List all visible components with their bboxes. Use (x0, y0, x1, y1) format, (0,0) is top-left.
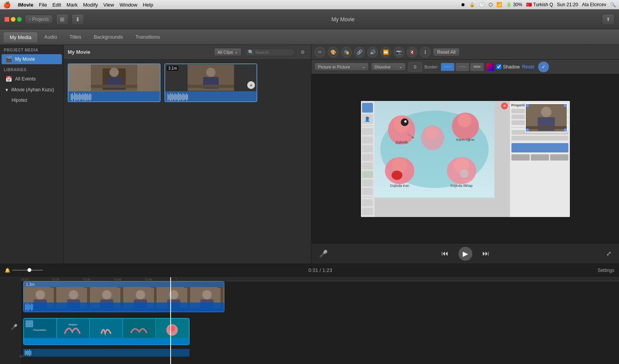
maximize-window-btn[interactable] (17, 17, 22, 22)
minimize-window-btn[interactable] (11, 17, 15, 22)
prop-btn-3[interactable] (550, 154, 568, 161)
color-swatch[interactable] (486, 63, 494, 71)
tool-item-1[interactable] (362, 103, 373, 113)
media-thumbnail-2[interactable]: 3.1m + (164, 63, 257, 102)
border-btn-thick[interactable] (470, 63, 484, 71)
tool-item-2[interactable]: 👤 (362, 114, 373, 124)
add-clip-button[interactable]: + (247, 81, 255, 89)
pip-anchor-tr[interactable] (564, 104, 567, 107)
main-video-track[interactable]: 1.3m (23, 281, 224, 312)
reset-all-button[interactable]: Reset All (433, 48, 460, 56)
sidebar-item-imovie-ayhan[interactable]: ▾ iMovie (Ayhan Kuzu) (2, 85, 62, 95)
skip-forward-button[interactable]: ⏭ (480, 248, 492, 260)
prop-btn-1[interactable] (511, 154, 530, 161)
pip-video-track[interactable]: Presentation Diagram (23, 318, 190, 345)
settings-label[interactable]: Settings (598, 268, 614, 273)
pip-frame-5 (156, 318, 189, 338)
playhead[interactable] (170, 277, 171, 364)
pip-anchor-br[interactable] (564, 128, 567, 132)
microphone-button[interactable]: 🎤 (319, 250, 328, 258)
tab-audio[interactable]: Audio (38, 32, 63, 42)
border-btn-solid[interactable] (441, 63, 455, 71)
confirm-icon[interactable]: ✓ (538, 62, 549, 72)
prop-btn-2[interactable] (531, 154, 549, 161)
info-icon-btn[interactable]: ℹ (420, 47, 431, 58)
tab-titles[interactable]: Titles (63, 32, 88, 42)
shadow-checkbox[interactable] (496, 64, 501, 69)
tool-item-8[interactable] (362, 171, 373, 178)
tool-item-4[interactable] (362, 137, 373, 144)
file-menu[interactable]: File (39, 2, 47, 8)
back-label: Projects (32, 17, 49, 22)
play-button[interactable]: ▶ (458, 247, 472, 261)
color-icon-btn[interactable]: 🎨 (328, 47, 339, 58)
playhead-head (168, 277, 173, 278)
duration-input[interactable] (408, 62, 422, 72)
svg-rect-56 (90, 318, 123, 338)
tool-item-12[interactable] (362, 208, 373, 215)
crop-icon-btn[interactable]: ✂ (315, 47, 325, 58)
imovie-menu[interactable]: iMovie (18, 2, 33, 8)
view-menu[interactable]: View (103, 2, 114, 8)
help-menu[interactable]: Help (143, 2, 153, 8)
sidebar-item-hipotez[interactable]: Hipotez (2, 96, 62, 105)
video-track-audio (24, 302, 224, 312)
noise-icon-btn[interactable]: 🔇 (407, 47, 417, 58)
pip-anchor-tl[interactable] (526, 104, 529, 107)
edit-menu[interactable]: Edit (52, 2, 61, 8)
stabilize-icon-btn[interactable]: 📷 (393, 47, 404, 58)
tool-item-6[interactable] (362, 154, 373, 161)
tool-item-10[interactable] (362, 188, 373, 195)
search-menubar-icon[interactable]: 🔍 (610, 2, 616, 7)
fullscreen-button[interactable]: ⤢ (606, 250, 611, 257)
sound-icon-btn[interactable]: 🔊 (367, 47, 378, 58)
prop-input-1[interactable] (511, 143, 568, 152)
svg-point-40 (102, 290, 111, 299)
pip-mode-selector[interactable]: Picture in Picture ⌄ (315, 63, 369, 71)
tool-item-5[interactable] (362, 145, 373, 152)
tab-transitions[interactable]: Transitions (129, 32, 166, 42)
tool-item-7[interactable] (362, 162, 373, 169)
search-input[interactable] (255, 50, 291, 55)
project-media-label: PROJECT MEDIA (0, 45, 63, 54)
tool-item-9[interactable] (362, 179, 373, 186)
clip-icon-btn[interactable]: 🔗 (354, 47, 365, 58)
svg-point-34 (36, 290, 45, 299)
tool-item-11[interactable] (362, 199, 373, 206)
border-btn-thin[interactable] (455, 63, 469, 71)
border-buttons (441, 63, 484, 71)
pip-frame-4 (123, 318, 156, 338)
close-window-btn[interactable] (5, 17, 9, 22)
tool-item-3[interactable] (362, 128, 373, 135)
tab-backgrounds[interactable]: Backgrounds (87, 32, 129, 42)
apple-menu[interactable]: 🍎 (3, 1, 11, 9)
tab-my-media[interactable]: My Media (3, 32, 38, 43)
timeline-area: 🔔 0:31 / 1:23 Settings (0, 263, 619, 364)
scissors-icon[interactable]: ✂ (19, 353, 24, 359)
window-menu[interactable]: Window (120, 2, 137, 8)
sidebar-item-all-events[interactable]: 📅 All Events (2, 74, 62, 84)
svg-rect-52 (26, 320, 33, 327)
settings-icon[interactable]: ⚙ (298, 48, 307, 57)
import-button[interactable]: ⬇ (72, 14, 84, 25)
share-button[interactable]: ⬆ (602, 14, 614, 25)
preview-controls: 🎤 ⏮ ▶ ⏭ ⤢ (311, 243, 619, 263)
svg-point-43 (136, 290, 145, 299)
sidebar-item-my-movie[interactable]: 🎬 My Movie (2, 54, 62, 64)
modify-menu[interactable]: Modify (83, 2, 98, 8)
projects-back-button[interactable]: ‹ Projects (25, 15, 53, 24)
clips-selector[interactable]: All Clips ⌄ (214, 48, 241, 56)
transition-selector[interactable]: Dissolve ⌄ (371, 63, 406, 71)
media-thumbnail-1[interactable] (68, 63, 161, 102)
grid-view-button[interactable]: ⊞ (56, 14, 68, 25)
reset-label[interactable]: Reset (522, 64, 534, 70)
svg-point-30 (541, 107, 551, 117)
pip-close-button[interactable]: ✕ (501, 103, 508, 109)
palette-icon-btn[interactable]: 🎭 (341, 47, 352, 58)
speed-icon-btn[interactable]: ⏩ (380, 47, 391, 58)
skip-back-button[interactable]: ⏮ (439, 248, 451, 260)
volume-track[interactable] (12, 270, 43, 271)
volume-slider[interactable]: 🔔 (5, 268, 43, 273)
pip-anchor-bl[interactable] (526, 128, 529, 132)
mark-menu[interactable]: Mark (67, 2, 78, 8)
